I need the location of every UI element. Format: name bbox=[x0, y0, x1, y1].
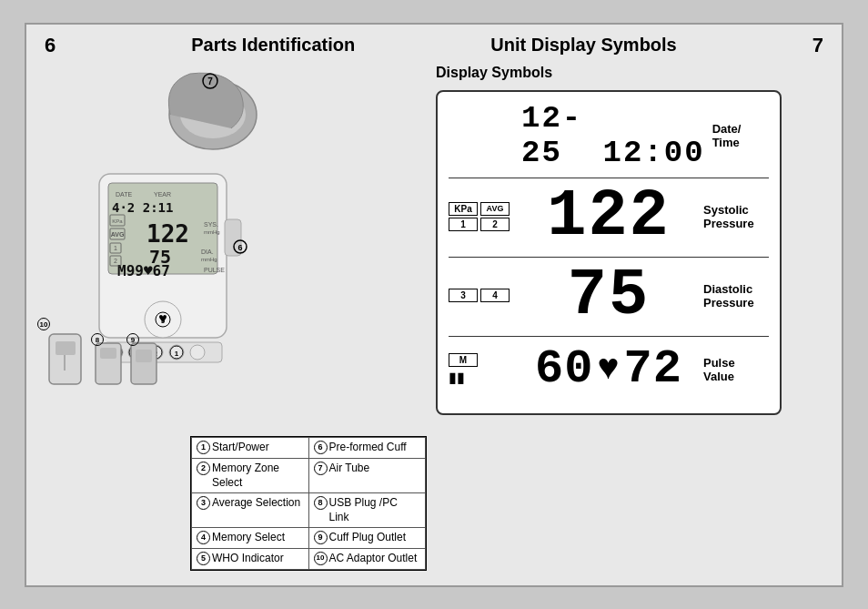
right-panel: Display Symbols 12-25 12:00 Date/Time KP… bbox=[436, 65, 823, 571]
svg-point-37 bbox=[190, 345, 205, 360]
part-cell: 7 Air Tube bbox=[308, 458, 426, 492]
pulse-display: 60 ♥ 72 bbox=[535, 346, 682, 393]
page-number-right: 7 bbox=[812, 34, 823, 57]
svg-text:KPa: KPa bbox=[112, 218, 123, 224]
svg-text:PULSE: PULSE bbox=[204, 267, 225, 273]
part-cell: 1 Start/Power bbox=[192, 438, 309, 459]
divider-2 bbox=[449, 257, 769, 258]
part-num-4: 4 bbox=[197, 531, 210, 544]
part-num-7: 7 bbox=[314, 462, 328, 475]
pulse-label: PulseValue bbox=[696, 356, 769, 383]
systolic-display: 122 bbox=[547, 184, 671, 249]
svg-text:1: 1 bbox=[175, 350, 179, 358]
small-device-9: 9 bbox=[128, 339, 160, 392]
table-row: 2 Memory Zone Select 7 Air Tube bbox=[192, 458, 426, 492]
svg-text:mmHg: mmHg bbox=[204, 229, 220, 235]
svg-text:mmHg: mmHg bbox=[201, 257, 217, 262]
table-row: 3 Average Selection 8 USB Plug /PC Link bbox=[192, 493, 426, 528]
mem3-icon: 3 bbox=[449, 289, 478, 302]
table-row: 1 Start/Power 6 Pre-formed Cuff bbox=[192, 438, 426, 459]
display-symbols-title: Display Symbols bbox=[436, 65, 823, 81]
part-label-2: Memory Zone Select bbox=[212, 462, 304, 490]
part-cell: 8 USB Plug /PC Link bbox=[308, 493, 426, 528]
table-row: 4 Memory Select 9 Cuff Plug Outlet bbox=[192, 528, 426, 549]
systolic-icon-group2: 1 2 bbox=[449, 218, 521, 231]
diastolic-display: 75 bbox=[568, 263, 650, 329]
part-label-9: Cuff Plug Outlet bbox=[329, 531, 407, 545]
part-num-1: 1 bbox=[197, 441, 210, 454]
date-time-label: Date/Time bbox=[705, 122, 769, 149]
svg-text:4·2  2:11: 4·2 2:11 bbox=[112, 200, 173, 215]
svg-text:YEAR: YEAR bbox=[154, 191, 171, 198]
kpa-icon: KPa bbox=[449, 202, 478, 216]
part-label-8: USB Plug /PC Link bbox=[329, 496, 421, 524]
title-right: Unit Display Symbols bbox=[490, 35, 677, 56]
diastolic-icon-group: 3 4 bbox=[449, 289, 521, 302]
table-row: 5 WHO Indicator 10 AC Adaptor Outlet bbox=[192, 548, 426, 569]
label-10: 10 bbox=[37, 314, 50, 331]
display-panel: 12-25 12:00 Date/Time KPa AVG 1 2 bbox=[436, 90, 782, 415]
part-num-5: 5 bbox=[197, 552, 210, 565]
title-left: Parts Identification bbox=[191, 35, 355, 56]
svg-text:2: 2 bbox=[114, 258, 117, 264]
main-content: 7 DATE YEAR 4·2 2:11 122 SYS. mmHg bbox=[45, 65, 823, 571]
date-time-row: 12-25 12:00 Date/Time bbox=[449, 101, 769, 170]
part-cell: 9 Cuff Plug Outlet bbox=[308, 528, 426, 549]
pulse-72: 72 bbox=[624, 346, 682, 393]
part-cell: 10 AC Adaptor Outlet bbox=[308, 548, 426, 569]
page-header: 6 Parts Identification Unit Display Symb… bbox=[45, 34, 823, 57]
heart-symbol: ♥ bbox=[597, 351, 620, 388]
diastolic-label: DiastolicPressure bbox=[696, 282, 769, 310]
pulse-row: M ▮▮ 60 ♥ 72 PulseValue bbox=[449, 342, 769, 397]
pulse-60: 60 bbox=[535, 346, 593, 393]
part-num-8: 8 bbox=[314, 496, 328, 510]
svg-text:7: 7 bbox=[207, 76, 213, 86]
part-cell: 2 Memory Zone Select bbox=[192, 458, 309, 492]
systolic-value: 122 bbox=[521, 184, 696, 249]
date-time-value: 12-25 12:00 bbox=[521, 101, 705, 170]
small-device-10: 10 bbox=[45, 325, 86, 392]
svg-text:5: 5 bbox=[161, 317, 166, 325]
part-label-1: Start/Power bbox=[212, 441, 269, 455]
svg-rect-49 bbox=[56, 341, 76, 355]
part-label-3: Average Selection bbox=[212, 496, 300, 511]
part-cell: 3 Average Selection bbox=[192, 493, 309, 528]
part-cell: 4 Memory Select bbox=[192, 528, 309, 549]
divider-1 bbox=[449, 178, 769, 178]
parts-list-table: 1 Start/Power 6 Pre-formed Cuff bbox=[191, 437, 426, 569]
device-illustration-area: 7 DATE YEAR 4·2 2:11 122 SYS. mmHg bbox=[45, 65, 427, 392]
svg-rect-52 bbox=[100, 348, 116, 359]
m-icon: M bbox=[449, 353, 478, 367]
small-device-8: 8 bbox=[93, 339, 125, 392]
diastolic-value: 75 bbox=[521, 263, 696, 329]
left-panel: 7 DATE YEAR 4·2 2:11 122 SYS. mmHg bbox=[45, 65, 427, 571]
mem1-icon: 1 bbox=[449, 218, 478, 231]
pulse-value: 60 ♥ 72 bbox=[521, 346, 696, 393]
page-number-left: 6 bbox=[45, 34, 56, 57]
svg-text:SYS.: SYS. bbox=[204, 221, 218, 228]
part-num-3: 3 bbox=[197, 496, 210, 510]
label-8: 8 bbox=[91, 330, 104, 347]
part-cell: 6 Pre-formed Cuff bbox=[308, 438, 426, 459]
systolic-icons: KPa AVG 1 2 bbox=[449, 202, 521, 231]
divider-3 bbox=[449, 336, 769, 337]
svg-text:122: 122 bbox=[146, 220, 189, 248]
systolic-row: KPa AVG 1 2 122 SystolicPressure bbox=[449, 184, 769, 249]
svg-text:DIA.: DIA. bbox=[201, 249, 214, 255]
part-label-7: Air Tube bbox=[329, 462, 370, 476]
avg-icon: AVG bbox=[480, 202, 510, 216]
parts-table: 1 Start/Power 6 Pre-formed Cuff bbox=[190, 436, 427, 570]
svg-rect-53 bbox=[131, 343, 156, 384]
pulse-icons: M ▮▮ bbox=[449, 353, 521, 386]
part-num-10: 10 bbox=[314, 552, 328, 565]
part-label-4: Memory Select bbox=[212, 531, 285, 545]
part-num-2: 2 bbox=[197, 462, 210, 475]
small-devices-89: 8 9 bbox=[93, 339, 160, 392]
part-num-6: 6 bbox=[314, 441, 328, 454]
part-num-9: 9 bbox=[314, 531, 328, 544]
svg-rect-54 bbox=[136, 350, 152, 362]
systolic-label: SystolicPressure bbox=[696, 203, 769, 230]
mem4-icon: 4 bbox=[480, 289, 510, 302]
device-main-image: 7 DATE YEAR 4·2 2:11 122 SYS. mmHg bbox=[72, 65, 263, 369]
mem2-icon: 2 bbox=[480, 218, 510, 231]
